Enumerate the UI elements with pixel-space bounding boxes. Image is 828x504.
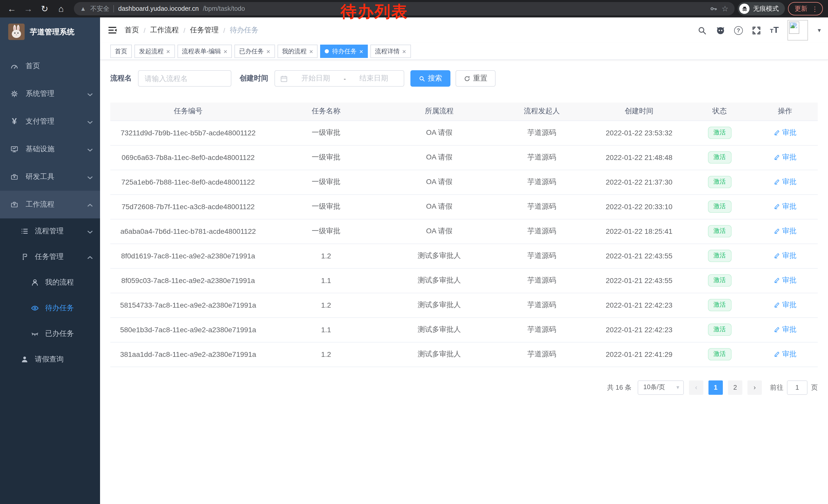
tab-my-process[interactable]: 我的流程× (278, 45, 318, 58)
breadcrumb-home[interactable]: 首页 (125, 26, 139, 35)
sidebar-item-process-mgmt[interactable]: 流程管理 (0, 218, 100, 244)
approve-button[interactable]: 审批 (773, 153, 796, 162)
font-size-icon[interactable]: TT (770, 25, 779, 35)
close-icon[interactable]: × (309, 48, 313, 55)
browser-menu-icon[interactable]: ⋮ (812, 5, 818, 12)
approve-button[interactable]: 审批 (773, 227, 796, 236)
pen-icon (773, 326, 780, 333)
sidebar-item-leave-query[interactable]: 请假查询 (0, 347, 100, 372)
github-icon[interactable] (716, 26, 726, 35)
approve-button[interactable]: 审批 (773, 325, 796, 334)
cell-actions: 审批 (752, 268, 818, 293)
approve-button[interactable]: 审批 (773, 350, 796, 359)
approve-button[interactable]: 审批 (773, 301, 796, 310)
prev-page-button[interactable]: ‹ (689, 380, 703, 395)
bookmark-star-icon[interactable]: ☆ (721, 4, 729, 13)
date-range-picker[interactable]: 开始日期 - 结束日期 (275, 70, 404, 87)
sidebar-item-system[interactable]: 系统管理 (0, 80, 100, 108)
tab-form-edit[interactable]: 流程表单-编辑× (177, 45, 232, 58)
sidebar-item-my-process[interactable]: 我的流程 (0, 270, 100, 295)
cell-starter: 芋道源码 (492, 293, 591, 317)
next-page-button[interactable]: › (747, 380, 762, 395)
avatar[interactable] (787, 20, 808, 41)
sidebar-item-infrastructure[interactable]: 基础设施 (0, 135, 100, 163)
home-icon[interactable]: ⌂ (54, 4, 68, 13)
end-date-placeholder: 结束日期 (349, 74, 399, 83)
sidebar-item-payment[interactable]: ¥ 支付管理 (0, 108, 100, 135)
cell-task-id: 8f059c03-7ac8-11ec-a9e2-a2380e71991a (110, 268, 266, 293)
close-icon[interactable]: × (223, 48, 227, 55)
collapse-sidebar-icon[interactable] (107, 25, 118, 35)
sidebar-item-task-mgmt[interactable]: 任务管理 (0, 244, 100, 270)
tab-todo-tasks[interactable]: 待办任务× (320, 45, 368, 58)
pen-icon (773, 277, 780, 284)
breadcrumb-task-mgmt[interactable]: 任务管理 (190, 26, 219, 35)
approve-button[interactable]: 审批 (773, 202, 796, 211)
key-icon[interactable] (709, 5, 717, 13)
browser-update-button[interactable]: 更新 ⋮ (788, 2, 823, 15)
cell-process: OA 请假 (386, 170, 493, 194)
cell-task-id: 580e1b3d-7ac8-11ec-a9e2-a2380e71991a (110, 317, 266, 342)
approve-button[interactable]: 审批 (773, 177, 796, 187)
approve-button[interactable]: 审批 (773, 251, 796, 261)
breadcrumb-workflow[interactable]: 工作流程 (150, 26, 179, 35)
cell-task-id: 75d72608-7b7f-11ec-a3c8-acde48001122 (110, 194, 266, 219)
cell-task-name: 一级审批 (266, 145, 386, 170)
pen-icon (773, 179, 780, 185)
page-size-select[interactable]: 10条/页 ▾ (638, 380, 684, 395)
breadcrumb-current: 待办任务 (230, 26, 258, 35)
reset-button[interactable]: 重置 (456, 70, 496, 87)
tab-done-tasks[interactable]: 已办任务× (235, 45, 275, 58)
pen-icon (773, 203, 780, 210)
sidebar-item-done-tasks[interactable]: 已办任务 (0, 321, 100, 347)
goto-page-input[interactable] (787, 380, 808, 395)
cell-task-name: 1.1 (266, 317, 386, 342)
cell-starter: 芋道源码 (492, 342, 591, 367)
back-icon[interactable]: ← (5, 4, 18, 13)
table-row: 8f059c03-7ac8-11ec-a9e2-a2380e71991a 1.1… (110, 268, 818, 293)
goto-label: 前往 (770, 383, 783, 392)
close-icon[interactable]: × (402, 48, 406, 55)
tab-process-detail[interactable]: 流程详情× (370, 45, 411, 58)
page-button-1[interactable]: 1 (708, 380, 723, 395)
status-badge: 激活 (708, 127, 731, 139)
close-icon[interactable]: × (359, 48, 363, 55)
fullscreen-icon[interactable] (752, 26, 761, 35)
incognito-icon (739, 4, 749, 14)
sidebar: 芋道管理系统 首页 (0, 17, 100, 504)
tab-start-process[interactable]: 发起流程× (134, 45, 175, 58)
cell-starter: 芋道源码 (492, 243, 591, 268)
app-title: 芋道管理系统 (30, 27, 74, 37)
sidebar-item-devtools[interactable]: 研发工具 (0, 163, 100, 191)
sidebar-item-label: 工作流程 (26, 200, 87, 209)
approve-button[interactable]: 审批 (773, 276, 796, 285)
sidebar-item-home[interactable]: 首页 (0, 52, 100, 80)
reload-icon[interactable]: ↻ (38, 4, 51, 13)
search-button[interactable]: 搜索 (410, 70, 450, 87)
page-button-2[interactable]: 2 (728, 380, 742, 395)
col-task-id: 任务编号 (110, 102, 266, 121)
goto-suffix: 页 (811, 383, 818, 392)
search-icon[interactable] (697, 26, 707, 35)
status-badge: 激活 (708, 348, 731, 360)
app-logo[interactable]: 芋道管理系统 (0, 17, 100, 46)
sidebar-item-label: 系统管理 (26, 89, 87, 98)
approve-button[interactable]: 审批 (773, 128, 796, 137)
url-path: /bpm/task/todo (203, 5, 245, 12)
cell-task-name: 一级审批 (266, 219, 386, 243)
gauge-icon (10, 62, 18, 70)
avatar-dropdown-caret-icon[interactable]: ▾ (818, 27, 821, 34)
task-table: 任务编号 任务名称 所属流程 流程发起人 创建时间 状态 操作 (110, 102, 818, 367)
forward-icon[interactable]: → (22, 4, 35, 13)
tab-home[interactable]: 首页 (110, 45, 132, 58)
help-icon[interactable]: ? (734, 26, 743, 35)
workflow-submenu: 流程管理 任务管理 (0, 218, 100, 504)
chevron-down-icon (87, 173, 93, 181)
sidebar-item-workflow[interactable]: 工作流程 (0, 191, 100, 218)
incognito-label: 无痕模式 (753, 4, 779, 13)
process-name-input[interactable] (138, 70, 232, 87)
sidebar-item-todo-tasks[interactable]: 待办任务 (0, 295, 100, 321)
close-icon[interactable]: × (266, 48, 270, 55)
close-icon[interactable]: × (166, 48, 170, 55)
cell-starter: 芋道源码 (492, 121, 591, 145)
